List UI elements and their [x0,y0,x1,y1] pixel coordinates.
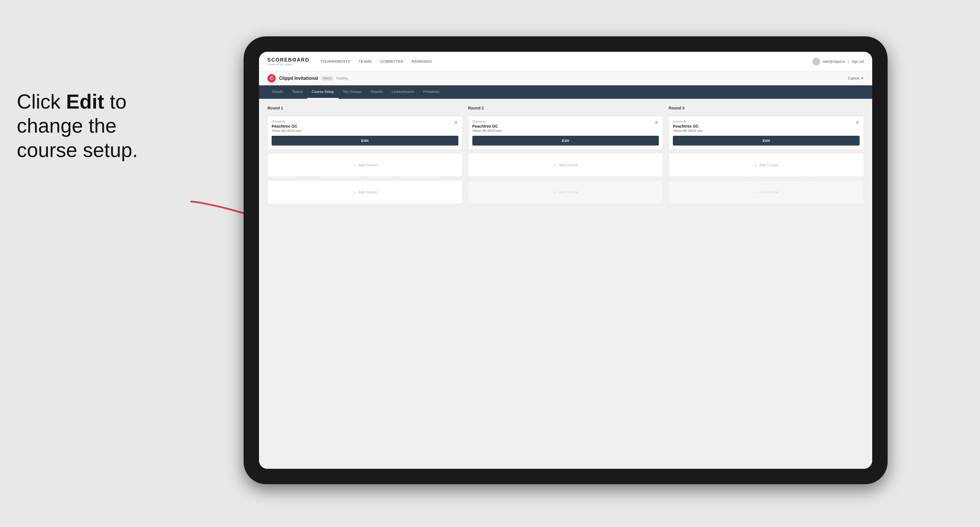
nav-separator: | [848,60,849,63]
plus-icon-1: ＋ [353,163,356,168]
round-1-add-course-1[interactable]: ＋ Add Course [267,153,463,177]
sub-header-logo: C [267,74,276,83]
round-3-add-course-1[interactable]: ＋ Add Course [669,153,864,177]
tournament-title: Clippd Invitational [279,76,318,81]
tablet-screen: SCOREBOARD Powered by clippd TOURNAMENTS… [259,52,872,469]
plus-icon-4: ＋ [553,190,557,195]
round-3-edit-button[interactable]: Edit [673,136,860,146]
instruction-bold: Edit [66,90,104,113]
round-3-course-label: (Course A) [673,120,860,123]
round-2-course-details: Yellow (M) (6629 yds) [473,129,659,132]
tab-details[interactable]: Details [267,85,288,99]
tab-tee-groups[interactable]: Tee Groups [339,85,366,99]
plus-icon-6: ＋ [754,190,758,195]
plus-icon-5: ＋ [754,163,758,168]
round-2-add-course-2: ＋ Add Course [468,180,663,204]
logo-sub-text: Powered by clippd [267,63,309,66]
round-1-add-course-2[interactable]: ＋ Add Course [267,180,463,204]
round-2-edit-button[interactable]: Edit [473,136,659,146]
tab-results[interactable]: Results [366,85,387,99]
round-2-delete-icon[interactable]: 🗑 [654,119,659,125]
round-1-delete-icon[interactable]: 🗑 [453,119,459,125]
round-2-add-course-1[interactable]: ＋ Add Course [468,153,663,177]
round-3-title: Round 3 [669,106,864,110]
round-3-course-name: Peachtree GC [673,124,860,129]
nav-link-tournaments[interactable]: TOURNAMENTS [321,59,350,63]
round-3-course-card: 🗑 (Course A) Peachtree GC Yellow (M) (66… [669,116,864,150]
round-3-course-details: Yellow (M) (6629 yds) [673,129,860,132]
gender-badge: (Men) [321,76,334,81]
nav-links: TOURNAMENTS TEAMS COMMITTEE RANKINGS [321,59,812,63]
nav-link-rankings[interactable]: RANKINGS [412,59,432,63]
cancel-button[interactable]: Cancel ✕ [848,76,864,80]
round-2-course-label: (Course A) [473,120,659,123]
round-3-delete-icon[interactable]: 🗑 [854,119,860,125]
round-2-column: Round 2 🗑 (Course A) Peachtree GC Yellow… [468,106,663,204]
round-1-column: Round 1 🗑 (Course A) Peachtree GC Yellow… [267,106,463,204]
tab-course-setup[interactable]: Course Setup [307,85,339,99]
plus-icon-2: ＋ [353,190,356,195]
tab-bar: Details Teams Course Setup Tee Groups Re… [259,85,872,99]
scoreboard-logo: SCOREBOARD Powered by clippd [267,57,309,66]
round-1-course-label: (Course A) [272,120,458,123]
round-1-course-card: 🗑 (Course A) Peachtree GC Yellow (M) (66… [267,116,463,150]
close-icon: ✕ [861,76,864,80]
nav-link-committee[interactable]: COMMITTEE [380,59,404,63]
hosting-badge: Hosting [336,76,348,80]
round-3-column: Round 3 🗑 (Course A) Peachtree GC Yellow… [669,106,864,204]
round-1-course-name: Peachtree GC [272,124,458,129]
round-2-title: Round 2 [468,106,663,110]
logo-main-text: SCOREBOARD [267,57,309,63]
user-avatar [812,58,820,65]
plus-icon-3: ＋ [553,163,557,168]
round-3-add-course-2: ＋ Add Course [669,180,864,204]
round-2-course-card: 🗑 (Course A) Peachtree GC Yellow (M) (66… [468,116,663,150]
sub-header: C Clippd Invitational (Men) Hosting Canc… [259,71,872,85]
user-email: blair@clippd.io [823,60,845,63]
instruction-prefix: Click [17,90,66,113]
sign-out-link[interactable]: Sign out [851,60,864,63]
main-content: Round 1 🗑 (Course A) Peachtree GC Yellow… [259,99,872,469]
nav-link-teams[interactable]: TEAMS [359,59,372,63]
nav-user: blair@clippd.io | Sign out [812,58,864,65]
tab-leaderboards[interactable]: Leaderboards [387,85,418,99]
round-1-edit-button[interactable]: Edit [272,136,458,146]
round-2-course-name: Peachtree GC [473,124,659,129]
tablet-frame: SCOREBOARD Powered by clippd TOURNAMENTS… [243,37,888,484]
rounds-grid: Round 1 🗑 (Course A) Peachtree GC Yellow… [267,106,864,204]
tab-teams[interactable]: Teams [288,85,307,99]
round-1-title: Round 1 [267,106,463,110]
top-nav: SCOREBOARD Powered by clippd TOURNAMENTS… [259,52,872,71]
tab-printables[interactable]: Printables [418,85,444,99]
round-1-course-details: Yellow (M) (6629 yds) [272,129,458,132]
instruction-text: Click Edit tochange thecourse setup. [17,90,185,162]
